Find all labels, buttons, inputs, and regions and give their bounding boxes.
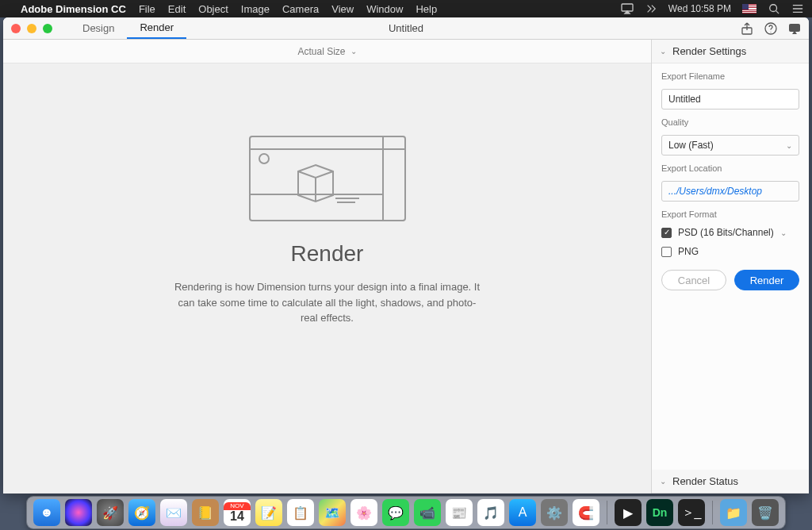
menu-window[interactable]: Window (366, 3, 403, 15)
render-illustration-icon (248, 135, 407, 222)
render-settings-header[interactable]: ⌄ Render Settings (652, 40, 809, 63)
menu-edit[interactable]: Edit (168, 3, 186, 15)
chevron-down-icon: ⌄ (786, 141, 792, 150)
chevron-down-icon: ⌄ (350, 47, 357, 56)
menu-view[interactable]: View (331, 3, 354, 15)
dock: ☻ 🚀 🧭 ✉️ 📒 NOV 14 📝 📋 🗺️ 🌸 💬 📹 📰 🎵 A ⚙️ … (0, 497, 812, 528)
empty-desc: Rendering is how Dimension turns your de… (157, 279, 498, 326)
dock-news-icon[interactable]: 📰 (446, 499, 473, 526)
dock-photos-icon[interactable]: 🌸 (350, 499, 377, 526)
zoom-label: Actual Size (297, 46, 345, 57)
dock-reminders-icon[interactable]: 📋 (287, 499, 314, 526)
menubar-clock[interactable]: Wed 10:58 PM (668, 3, 731, 14)
dock-dimension-icon[interactable]: Dn (646, 499, 673, 526)
zoom-dropdown[interactable]: Actual Size ⌄ (3, 40, 651, 63)
dock-trash-icon[interactable]: 🗑️ (752, 499, 779, 526)
checkbox-unchecked-icon[interactable] (661, 247, 672, 257)
checkbox-checked-icon[interactable] (661, 228, 672, 238)
dock-safari-icon[interactable]: 🧭 (128, 499, 155, 526)
dock-messages-icon[interactable]: 💬 (382, 499, 409, 526)
app-name[interactable]: Adobe Dimension CC (21, 3, 126, 15)
menu-help[interactable]: Help (416, 3, 437, 15)
empty-state: Render Rendering is how Dimension turns … (157, 135, 498, 326)
dock-itunes-icon[interactable]: 🎵 (477, 499, 504, 526)
feedback-icon[interactable] (788, 22, 801, 35)
dock-facetime-icon[interactable]: 📹 (414, 499, 441, 526)
svg-point-1 (770, 5, 777, 12)
canvas-area: Actual Size ⌄ (3, 40, 652, 494)
dock-mail-icon[interactable]: ✉️ (160, 499, 187, 526)
dock-contacts-icon[interactable]: 📒 (192, 499, 219, 526)
menu-file[interactable]: File (139, 3, 155, 15)
svg-rect-4 (789, 24, 800, 32)
chevron-down-icon: ⌄ (660, 477, 666, 486)
dock-sysprefs-icon[interactable]: ⚙️ (541, 499, 568, 526)
chevron-down-icon: ⌄ (780, 229, 787, 237)
screenmirror-icon[interactable] (645, 2, 657, 15)
app-window: Design Render Untitled Actual Size ⌄ (3, 17, 809, 494)
render-button[interactable]: Render (734, 270, 799, 290)
filename-input[interactable] (661, 89, 799, 109)
svg-point-8 (259, 154, 269, 163)
window-zoom-button[interactable] (43, 24, 52, 33)
menu-image[interactable]: Image (241, 3, 270, 15)
help-icon[interactable] (764, 22, 777, 35)
location-label: Export Location (661, 163, 799, 173)
render-status-header[interactable]: ⌄ Render Status (652, 470, 809, 494)
format-psd-row[interactable]: PSD (16 Bits/Channel) ⌄ (661, 227, 799, 238)
dock-notes-icon[interactable]: 📝 (255, 499, 282, 526)
input-source-flag-icon[interactable] (742, 4, 756, 13)
dock-separator (607, 501, 607, 524)
menu-object[interactable]: Object (198, 3, 228, 15)
dock-maps-icon[interactable]: 🗺️ (319, 499, 346, 526)
share-icon[interactable] (741, 22, 753, 35)
dock-magnet-icon[interactable]: 🧲 (573, 499, 599, 526)
svg-rect-0 (622, 4, 633, 11)
quality-select[interactable]: Low (Fast) ⌄ (661, 135, 799, 156)
spotlight-icon[interactable] (768, 2, 780, 15)
dock-downloads-icon[interactable]: 📁 (720, 499, 747, 526)
window-minimize-button[interactable] (27, 24, 36, 33)
dock-terminal-icon[interactable]: ＞_ (678, 499, 705, 526)
format-label: Export Format (661, 209, 799, 219)
cancel-button: Cancel (661, 270, 726, 290)
dock-siri-icon[interactable] (65, 499, 92, 526)
airplay-icon[interactable] (621, 2, 634, 15)
dock-creativecloud-icon[interactable]: ▶ (615, 499, 642, 526)
tab-design[interactable]: Design (70, 17, 127, 39)
format-png-row[interactable]: PNG (661, 246, 799, 257)
dock-calendar-icon[interactable]: NOV 14 (224, 499, 251, 526)
filename-label: Export Filename (661, 71, 799, 81)
window-titlebar: Design Render Untitled (3, 17, 809, 40)
control-center-icon[interactable] (791, 2, 804, 15)
quality-label: Quality (661, 117, 799, 127)
dock-appstore-icon[interactable]: A (509, 499, 536, 526)
menu-camera[interactable]: Camera (282, 3, 319, 15)
location-field[interactable]: .../Users/dmx/Desktop (661, 181, 799, 202)
tab-render[interactable]: Render (127, 17, 186, 39)
dock-finder-icon[interactable]: ☻ (33, 499, 60, 526)
empty-title: Render (157, 241, 498, 267)
chevron-down-icon: ⌄ (660, 47, 666, 56)
window-close-button[interactable] (11, 24, 21, 33)
macos-menubar: Adobe Dimension CC File Edit Object Imag… (0, 0, 812, 17)
dock-launchpad-icon[interactable]: 🚀 (97, 499, 124, 526)
right-sidebar: ⌄ Render Settings Export Filename Qualit… (652, 40, 809, 494)
dock-separator (712, 501, 713, 524)
